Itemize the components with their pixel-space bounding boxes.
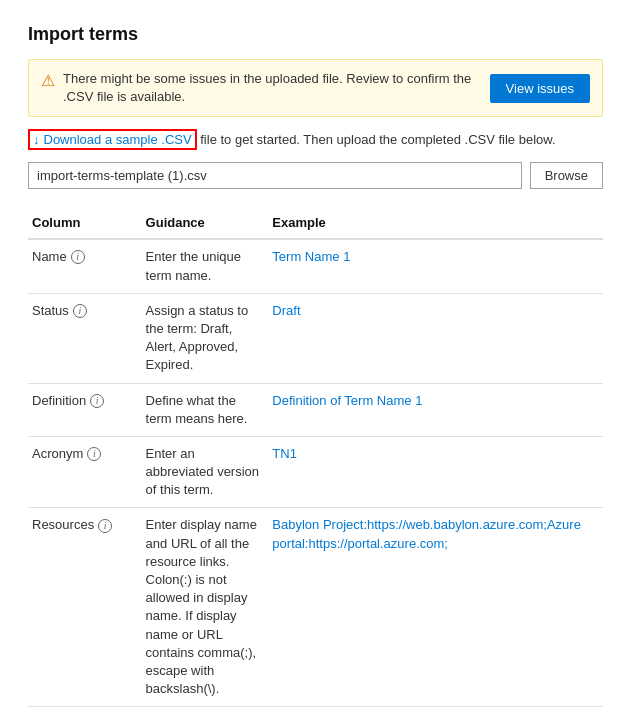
table-row: DefinitioniDefine what the term means he… <box>28 383 603 436</box>
table-cell-example: Term Name 1 <box>268 239 603 293</box>
column-name-text: Status <box>32 302 69 320</box>
info-icon[interactable]: i <box>73 304 87 318</box>
alert-text: There might be some issues in the upload… <box>63 70 478 106</box>
table-cell-column: Related Termsi <box>28 707 142 715</box>
table-row: Related TermsiEnter other terms with dif… <box>28 707 603 715</box>
dialog-title: Import terms <box>28 24 603 45</box>
view-issues-button[interactable]: View issues <box>490 74 590 103</box>
example-link[interactable]: Term Name 1 <box>272 249 350 264</box>
guidance-table: Column Guidance Example NameiEnter the u… <box>28 209 603 715</box>
table-row: NameiEnter the unique term name.Term Nam… <box>28 239 603 293</box>
browse-button[interactable]: Browse <box>530 162 603 189</box>
table-cell-guidance: Enter the unique term name. <box>142 239 269 293</box>
col-header-column: Column <box>28 209 142 239</box>
table-cell-example: TN1 <box>268 436 603 508</box>
column-name-text: Name <box>32 248 67 266</box>
warning-icon: ⚠ <box>41 71 55 90</box>
info-icon[interactable]: i <box>98 519 112 533</box>
download-link-row: ↓ Download a sample .CSV file to get sta… <box>28 129 603 150</box>
info-icon[interactable]: i <box>71 250 85 264</box>
download-suffix-text: file to get started. Then upload the com… <box>197 132 556 147</box>
example-link[interactable]: Draft <box>272 303 300 318</box>
table-cell-example: Definition of Term Name 1 <box>268 383 603 436</box>
table-cell-column: Resourcesi <box>28 508 142 707</box>
column-name-text: Acronym <box>32 445 83 463</box>
example-link[interactable]: TN1 <box>272 446 297 461</box>
table-cell-guidance: Enter display name and URL of all the re… <box>142 508 269 707</box>
table-cell-example: Draft <box>268 293 603 383</box>
table-cell-column: Statusi <box>28 293 142 383</box>
import-terms-dialog: Import terms ⚠ There might be some issue… <box>0 0 631 715</box>
example-link[interactable]: Definition of Term Name 1 <box>272 393 422 408</box>
file-input-row: Browse <box>28 162 603 189</box>
table-cell-example: Term Name 4;Term Name 5; <box>268 707 603 715</box>
info-icon[interactable]: i <box>90 394 104 408</box>
table-cell-guidance: Define what the term means here. <box>142 383 269 436</box>
table-cell-column: Definitioni <box>28 383 142 436</box>
col-header-example: Example <box>268 209 603 239</box>
example-link[interactable]: Babylon Project:https://web.babylon.azur… <box>272 517 581 550</box>
info-icon[interactable]: i <box>87 447 101 461</box>
alert-left: ⚠ There might be some issues in the uplo… <box>41 70 478 106</box>
table-row: ResourcesiEnter display name and URL of … <box>28 508 603 707</box>
table-cell-example: Babylon Project:https://web.babylon.azur… <box>268 508 603 707</box>
table-row: StatusiAssign a status to the term: Draf… <box>28 293 603 383</box>
column-name-text: Definition <box>32 392 86 410</box>
file-input[interactable] <box>28 162 522 189</box>
table-cell-column: Acronymi <box>28 436 142 508</box>
table-cell-column: Namei <box>28 239 142 293</box>
download-sample-csv-link[interactable]: ↓ Download a sample .CSV <box>28 129 197 150</box>
table-cell-guidance: Enter an abbreviated version of this ter… <box>142 436 269 508</box>
download-link-text: Download a sample .CSV <box>44 132 192 147</box>
alert-banner: ⚠ There might be some issues in the uplo… <box>28 59 603 117</box>
col-header-guidance: Guidance <box>142 209 269 239</box>
table-row: AcronymiEnter an abbreviated version of … <box>28 436 603 508</box>
table-cell-guidance: Enter other terms with different definit… <box>142 707 269 715</box>
table-cell-guidance: Assign a status to the term: Draft, Aler… <box>142 293 269 383</box>
download-arrow-icon: ↓ <box>33 132 40 147</box>
column-name-text: Resources <box>32 516 94 534</box>
